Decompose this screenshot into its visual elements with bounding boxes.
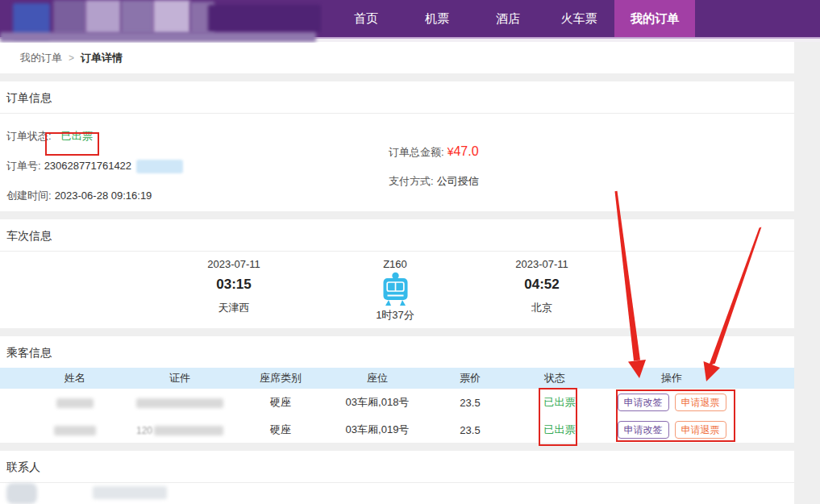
departure-station: 天津西 xyxy=(153,301,314,315)
arrival-station: 北京 xyxy=(461,301,622,315)
top-nav-bar: 首页 机票 酒店 火车票 我的订单 xyxy=(0,0,820,37)
col-name: 姓名 xyxy=(23,371,127,385)
passenger-row: 120 硬座 03车厢,019号 23.5 已出票 申请改签申请退票 xyxy=(0,416,794,444)
order-status-label: 订单状态: xyxy=(6,130,52,142)
col-id: 证件 xyxy=(127,371,232,385)
seat-class-value: 硬座 xyxy=(232,423,329,437)
passenger-id-redacted: 120 xyxy=(127,423,232,436)
passenger-info-title: 乘客信息 xyxy=(0,336,794,360)
order-info-title: 订单信息 xyxy=(0,81,794,106)
nav-my-orders[interactable]: 我的订单 xyxy=(614,0,695,37)
breadcrumb-separator: > xyxy=(69,52,74,64)
arrival-date: 2023-07-11 xyxy=(461,258,622,270)
refund-button[interactable]: 申请退票 xyxy=(675,421,726,439)
content-area: 我的订单 > 订单详情 订单信息 订单状态:已出票 订单号:2306287717… xyxy=(0,42,794,504)
logo-blur-block xyxy=(85,0,121,34)
section-gap xyxy=(0,211,794,219)
passenger-info-section: 乘客信息 姓名 证件 座席类别 座位 票价 状态 操作 硬座 03车厢,018号… xyxy=(0,336,794,443)
order-info-section: 订单信息 订单状态:已出票 订单号:230628771761422 创建时间:2… xyxy=(0,81,794,211)
seat-value: 03车厢,018号 xyxy=(329,395,426,410)
passenger-table-header: 姓名 证件 座席类别 座位 票价 状态 操作 xyxy=(0,368,794,389)
contact-section: 联系人 xyxy=(0,451,794,504)
nav-home[interactable]: 首页 xyxy=(331,0,402,37)
passenger-name-redacted xyxy=(23,397,127,409)
departure-time: 03:15 xyxy=(153,277,314,293)
train-icon xyxy=(331,272,460,307)
arrival-column: 2023-07-11 04:52 北京 xyxy=(461,258,622,315)
payment-method-label: 支付方式: xyxy=(389,175,434,187)
train-info-section: 车次信息 2023-07-11 03:15 天津西 Z160 xyxy=(0,219,794,328)
page-root: 首页 机票 酒店 火车票 我的订单 我的订单 > 订单详情 订单信息 订单状态:… xyxy=(0,0,820,504)
actions-cell: 申请改签申请退票 xyxy=(595,421,748,439)
created-time-row: 创建时间:2023-06-28 09:16:19 xyxy=(6,189,794,203)
passenger-name-redacted xyxy=(23,424,127,436)
section-title-divider xyxy=(0,113,794,114)
nav-flights[interactable]: 机票 xyxy=(402,0,472,37)
order-number-value: 230628771761422 xyxy=(44,160,131,172)
payment-method-value: 公司授信 xyxy=(437,175,479,187)
col-seat-class: 座席类别 xyxy=(232,371,329,385)
order-info-right-column: 订单总金额:¥47.0 支付方式:公司授信 xyxy=(389,129,479,189)
col-status: 状态 xyxy=(514,371,595,385)
breadcrumb-current: 订单详情 xyxy=(81,51,123,65)
logo[interactable] xyxy=(0,0,323,43)
created-time-label: 创建时间: xyxy=(6,190,52,202)
order-info-grid: 订单状态:已出票 订单号:230628771761422 创建时间:2023-0… xyxy=(0,129,794,203)
passenger-row: 硬座 03车厢,018号 23.5 已出票 申请改签申请退票 xyxy=(0,389,794,416)
contact-name-redacted xyxy=(6,483,37,504)
departure-column: 2023-07-11 03:15 天津西 xyxy=(153,258,314,315)
created-time-value: 2023-06-28 09:16:19 xyxy=(55,190,152,202)
total-amount-label: 订单总金额: xyxy=(389,146,444,158)
price-value: 23.5 xyxy=(426,397,514,409)
passenger-id-redacted xyxy=(127,397,232,409)
rebook-button[interactable]: 申请改签 xyxy=(618,394,669,411)
arrival-time: 04:52 xyxy=(461,277,622,293)
main-nav: 首页 机票 酒店 火车票 我的订单 xyxy=(331,0,695,37)
trip-duration: 1时37分 xyxy=(331,308,460,323)
train-number: Z160 xyxy=(331,258,460,270)
actions-cell: 申请改签申请退票 xyxy=(595,394,748,411)
order-status-value: 已出票 xyxy=(61,130,93,142)
breadcrumb: 我的订单 > 订单详情 xyxy=(0,42,794,73)
order-number-redaction xyxy=(136,160,183,173)
col-price: 票价 xyxy=(426,371,514,385)
seat-class-value: 硬座 xyxy=(232,395,329,410)
logo-blur-block xyxy=(53,0,85,34)
section-gap xyxy=(0,73,794,81)
ticket-status: 已出票 xyxy=(524,423,595,437)
nav-train-tickets[interactable]: 火车票 xyxy=(543,0,614,37)
contact-phone-redacted xyxy=(93,486,167,499)
order-number-label: 订单号: xyxy=(6,160,41,172)
nav-hotels[interactable]: 酒店 xyxy=(472,0,543,37)
col-seat: 座位 xyxy=(329,371,426,385)
breadcrumb-my-orders[interactable]: 我的订单 xyxy=(20,51,62,65)
payment-method-row: 支付方式:公司授信 xyxy=(389,174,479,189)
train-column: Z160 1时37分 xyxy=(331,258,460,323)
logo-blur-block xyxy=(121,0,153,34)
train-info-title: 车次信息 xyxy=(0,219,794,244)
logo-blur-block xyxy=(153,0,190,34)
section-title-divider xyxy=(0,482,794,483)
departure-date: 2023-07-11 xyxy=(153,258,314,270)
id-visible-prefix: 120 xyxy=(136,425,152,436)
refund-button[interactable]: 申请退票 xyxy=(675,394,726,411)
seat-value: 03车厢,019号 xyxy=(329,423,426,437)
rebook-button[interactable]: 申请改签 xyxy=(618,421,669,439)
price-value: 23.5 xyxy=(426,424,514,436)
ticket-status: 已出票 xyxy=(524,395,595,410)
section-title-divider xyxy=(0,251,794,252)
total-amount-row: 订单总金额:¥47.0 xyxy=(389,144,479,159)
section-gap xyxy=(0,328,794,336)
total-amount-value: 47.0 xyxy=(453,144,478,158)
logo-blur-block xyxy=(0,32,316,42)
section-gap xyxy=(0,443,794,451)
contact-title: 联系人 xyxy=(0,451,794,475)
logo-blur-block xyxy=(208,5,321,32)
col-actions: 操作 xyxy=(595,371,748,385)
